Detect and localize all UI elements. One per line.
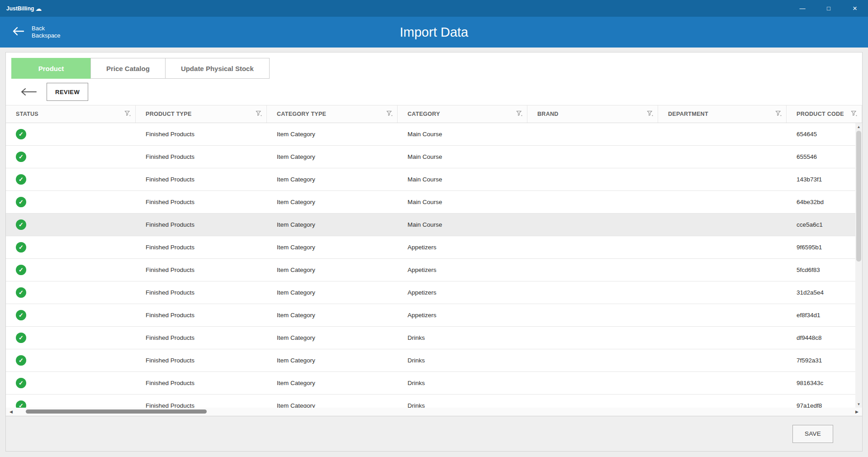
back-nav-button[interactable]	[20, 88, 37, 96]
table-row[interactable]: ✓ Finished Products Item Category Main C…	[6, 123, 862, 146]
column-header-label: CATEGORY TYPE	[277, 111, 326, 117]
table-row[interactable]: ✓ Finished Products Item Category Main C…	[6, 146, 862, 168]
cell-category-type: Item Category	[267, 312, 398, 319]
table-row[interactable]: ✓ Finished Products Item Category Appeti…	[6, 236, 862, 259]
table-row[interactable]: ✓ Finished Products Item Category Main C…	[6, 214, 862, 236]
status-ok-icon: ✓	[16, 265, 26, 275]
cell-product-type: Finished Products	[136, 357, 267, 364]
filter-icon[interactable]	[647, 110, 653, 118]
table-row[interactable]: ✓ Finished Products Item Category Appeti…	[6, 281, 862, 304]
cell-category-type: Item Category	[267, 334, 398, 341]
cell-category: Drinks	[398, 402, 527, 408]
horizontal-scrollbar[interactable]: ◀ ▶	[6, 408, 862, 416]
column-header-label: DEPARTMENT	[668, 111, 708, 117]
table-row[interactable]: ✓ Finished Products Item Category Drinks…	[6, 327, 862, 349]
cell-category-type: Item Category	[267, 221, 398, 228]
cell-category-type: Item Category	[267, 199, 398, 205]
tab-price-catalog[interactable]: Price Catalog	[90, 58, 166, 79]
header: Back Backspace Import Data	[0, 17, 868, 48]
status-cell: ✓	[6, 197, 136, 207]
vertical-scrollbar[interactable]: ▲ ▼	[855, 123, 862, 408]
status-cell: ✓	[6, 355, 136, 366]
column-header-label: BRAND	[537, 111, 559, 117]
cell-category-type: Item Category	[267, 176, 398, 183]
tab-update-physical-stock[interactable]: Update Physical Stock	[165, 58, 270, 79]
tab-product[interactable]: Product	[11, 58, 91, 79]
maximize-button[interactable]: □	[816, 0, 842, 17]
column-header: CATEGORY TYPE	[267, 105, 398, 123]
import-data-card: Product Price Catalog Update Physical St…	[5, 52, 863, 452]
column-header: STATUS	[6, 105, 136, 123]
scroll-left-icon[interactable]: ◀	[9, 408, 13, 416]
close-button[interactable]: ×	[842, 0, 868, 17]
status-ok-icon: ✓	[16, 378, 26, 388]
scroll-right-icon[interactable]: ▶	[855, 408, 859, 416]
cell-product-type: Finished Products	[136, 176, 267, 183]
cell-category: Main Course	[398, 153, 527, 160]
table-header: STATUS PRODUCT TYPE CATEGORY TYPE CATEGO…	[6, 105, 862, 123]
cell-category: Main Course	[398, 221, 527, 228]
page-title: Import Data	[400, 25, 469, 40]
filter-icon[interactable]	[775, 110, 782, 118]
table-row[interactable]: ✓ Finished Products Item Category Main C…	[6, 191, 862, 214]
filter-icon[interactable]	[386, 110, 393, 118]
status-cell: ✓	[6, 333, 136, 343]
table-row[interactable]: ✓ Finished Products Item Category Drinks…	[6, 349, 862, 372]
cell-product-type: Finished Products	[136, 221, 267, 228]
toolbar: REVIEW	[6, 79, 862, 105]
table-row[interactable]: ✓ Finished Products Item Category Drinks…	[6, 372, 862, 395]
cell-product-type: Finished Products	[136, 312, 267, 319]
cell-product-code: 9816343c	[787, 380, 862, 386]
cell-category-type: Item Category	[267, 289, 398, 296]
app-logo: JustBilling ☁	[6, 5, 42, 12]
filter-icon[interactable]	[851, 110, 857, 118]
status-ok-icon: ✓	[16, 219, 26, 230]
status-ok-icon: ✓	[16, 400, 26, 408]
table-row[interactable]: ✓ Finished Products Item Category Main C…	[6, 168, 862, 191]
window-controls: — □ ×	[789, 0, 868, 17]
table-body-wrap: ✓ Finished Products Item Category Main C…	[6, 123, 862, 408]
cell-category-type: Item Category	[267, 153, 398, 160]
cell-product-type: Finished Products	[136, 289, 267, 296]
minimize-button[interactable]: —	[789, 0, 816, 17]
footer-bar: SAVE	[6, 416, 862, 451]
status-cell: ✓	[6, 378, 136, 388]
horizontal-scroll-thumb[interactable]	[26, 409, 207, 414]
table-body: ✓ Finished Products Item Category Main C…	[6, 123, 862, 408]
cell-product-type: Finished Products	[136, 402, 267, 408]
cell-product-code: 64be32bd	[787, 199, 862, 205]
status-ok-icon: ✓	[16, 355, 26, 366]
cell-category-type: Item Category	[267, 244, 398, 251]
scroll-up-icon[interactable]: ▲	[855, 123, 862, 130]
cell-product-code: 143b73f1	[787, 176, 862, 183]
scroll-down-icon[interactable]: ▼	[855, 400, 862, 408]
table-row[interactable]: ✓ Finished Products Item Category Appeti…	[6, 259, 862, 281]
table-row[interactable]: ✓ Finished Products Item Category Appeti…	[6, 304, 862, 327]
cell-category-type: Item Category	[267, 402, 398, 408]
column-header: CATEGORY	[398, 105, 527, 123]
filter-icon[interactable]	[124, 110, 131, 118]
review-button[interactable]: REVIEW	[47, 83, 88, 101]
cell-category: Main Course	[398, 131, 527, 138]
status-ok-icon: ✓	[16, 287, 26, 298]
vertical-scroll-thumb[interactable]	[856, 131, 861, 262]
back-button[interactable]: Back Backspace	[12, 25, 61, 39]
status-cell: ✓	[6, 265, 136, 275]
filter-icon[interactable]	[516, 110, 522, 118]
cell-category: Main Course	[398, 199, 527, 205]
table-row[interactable]: ✓ Finished Products Item Category Drinks…	[6, 395, 862, 408]
status-ok-icon: ✓	[16, 129, 26, 139]
status-cell: ✓	[6, 242, 136, 252]
save-button[interactable]: SAVE	[792, 425, 833, 443]
filter-icon[interactable]	[256, 110, 262, 118]
tab-bar: Product Price Catalog Update Physical St…	[6, 52, 862, 79]
status-cell: ✓	[6, 400, 136, 408]
status-ok-icon: ✓	[16, 310, 26, 320]
cell-category: Appetizers	[398, 244, 527, 251]
app-name: JustBilling	[6, 5, 34, 12]
cell-category-type: Item Category	[267, 131, 398, 138]
status-ok-icon: ✓	[16, 152, 26, 162]
status-ok-icon: ✓	[16, 197, 26, 207]
cloud-icon: ☁	[35, 5, 42, 12]
cell-category-type: Item Category	[267, 380, 398, 386]
